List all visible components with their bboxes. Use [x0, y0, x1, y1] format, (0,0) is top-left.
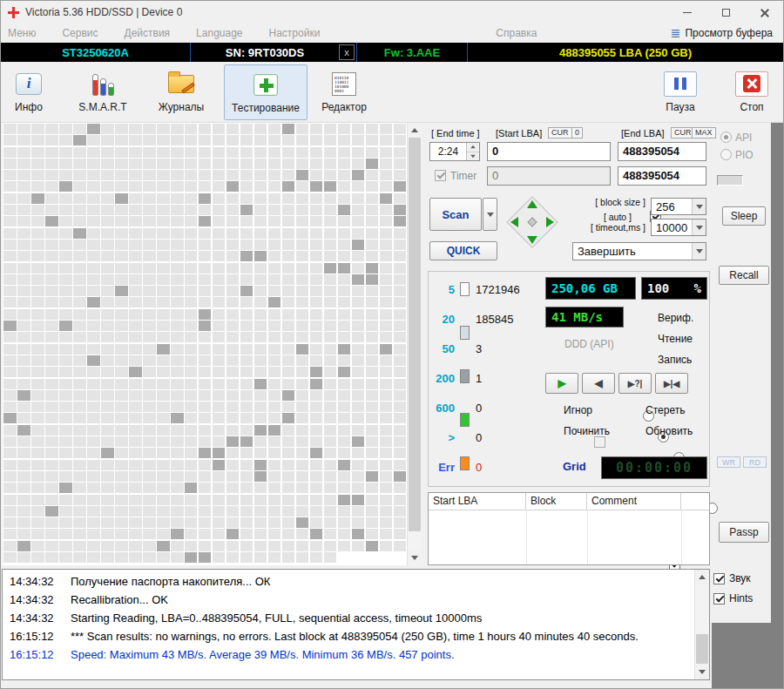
device-serial: SN: 9RT030DS	[191, 43, 339, 62]
scan-cell	[185, 159, 198, 169]
scan-cell	[366, 460, 379, 470]
scan-cell	[157, 240, 170, 250]
scan-cell	[254, 216, 267, 226]
scan-cell	[352, 436, 365, 447]
start-lba-input[interactable]: 0	[487, 142, 611, 161]
buffer-view-button[interactable]: ≣ Просмотр буфера	[671, 26, 773, 40]
spin-up-icon[interactable]	[467, 143, 479, 152]
scan-cell	[338, 529, 351, 539]
scroll-down-icon[interactable]	[408, 551, 422, 565]
scroll-down-icon[interactable]	[695, 665, 709, 679]
scan-cell	[380, 159, 393, 169]
scan-cell	[143, 483, 156, 493]
journals-button[interactable]: Журналы	[151, 64, 212, 120]
start-lba-label: [Start LBA]	[496, 128, 542, 138]
recall-button[interactable]: Recall	[719, 266, 769, 285]
end-lba-max-button[interactable]: MAX	[692, 127, 716, 138]
scan-cell	[310, 529, 323, 539]
scan-cell	[185, 413, 198, 423]
scan-cell	[17, 379, 30, 389]
start-lba-cur-button[interactable]: CUR	[548, 127, 572, 138]
scan-cell	[115, 495, 128, 505]
minimize-button[interactable]	[668, 1, 706, 24]
scan-cell	[31, 436, 44, 447]
seek-dpad[interactable]	[506, 196, 558, 248]
scan-cell	[45, 517, 58, 528]
end-time-spinner[interactable]: 2:24	[429, 142, 480, 161]
menu-item-settings[interactable]: Настройки	[269, 27, 321, 39]
wr-button[interactable]: WR	[717, 456, 740, 468]
dpad-right-icon[interactable]	[546, 217, 554, 227]
scan-button[interactable]: Scan	[429, 198, 482, 231]
block-size-select[interactable]: 256	[651, 198, 706, 215]
scan-cell	[324, 344, 337, 355]
scroll-up-icon[interactable]	[695, 570, 709, 584]
start-lba-cur-value[interactable]: 0	[571, 127, 583, 138]
menu-item-language[interactable]: Language	[196, 27, 242, 39]
scan-cell	[59, 309, 72, 320]
scan-cell	[338, 263, 351, 274]
scan-cell	[310, 552, 323, 563]
testing-button[interactable]: Тестирование	[224, 64, 308, 120]
scan-cell	[185, 344, 198, 355]
step-back-button[interactable]: ◀	[582, 373, 615, 394]
dpad-up-icon[interactable]	[527, 200, 537, 208]
end-lba-input[interactable]: 488395054	[618, 142, 706, 161]
close-button[interactable]	[745, 1, 783, 24]
hints-checkbox[interactable]	[713, 593, 725, 605]
serial-clear-button[interactable]: x	[339, 44, 355, 60]
scan-cell	[31, 240, 44, 250]
menu-item-menu[interactable]: Меню	[8, 27, 36, 39]
api-radio[interactable]	[720, 132, 732, 143]
rd-button[interactable]: RD	[743, 456, 767, 468]
scan-cell	[31, 263, 44, 274]
pio-radio[interactable]	[720, 149, 732, 160]
info-button[interactable]: i Инфо	[6, 64, 51, 120]
menu-item-help[interactable]: Справка	[496, 27, 537, 39]
grid-scrollbar-thumb[interactable]	[409, 138, 421, 531]
scan-cell	[73, 286, 86, 296]
scan-block-grid	[3, 123, 407, 565]
passport-button[interactable]: Passp	[719, 522, 769, 543]
timer-checkbox[interactable]	[435, 170, 446, 181]
dpad-left-icon[interactable]	[510, 217, 518, 227]
scan-cell	[310, 274, 323, 285]
scroll-up-icon[interactable]	[408, 123, 422, 138]
log-scrollbar[interactable]	[694, 570, 709, 679]
jump-end-button[interactable]: ▶|◀	[655, 373, 688, 394]
on-end-action-select[interactable]: Завершить	[572, 242, 706, 260]
scan-cell	[394, 332, 407, 342]
sound-checkbox[interactable]	[713, 573, 725, 584]
menu-item-actions[interactable]: Действия	[125, 27, 171, 39]
scan-cell	[73, 251, 86, 261]
smart-button[interactable]: S.M.A.R.T	[72, 64, 133, 120]
jump-next-defect-button[interactable]: ▶?|	[618, 373, 652, 394]
scan-cell	[268, 379, 281, 389]
scan-cell	[240, 124, 253, 134]
menu-item-service[interactable]: Сервис	[62, 27, 98, 39]
scan-dropdown-button[interactable]	[483, 198, 497, 231]
scan-cell	[394, 263, 407, 274]
spin-down-icon[interactable]	[467, 152, 479, 161]
scan-cell	[338, 170, 351, 180]
pause-button[interactable]: Пауза	[656, 64, 705, 120]
play-button[interactable]: ▶	[545, 373, 578, 394]
timer-to-input[interactable]: 488395054	[618, 166, 706, 186]
scan-cell	[87, 135, 100, 145]
stop-button[interactable]: Стоп	[729, 64, 774, 120]
elapsed-timer-display: 00:00:00	[601, 456, 707, 479]
scan-cell	[115, 529, 128, 539]
grid-scrollbar[interactable]	[407, 123, 422, 565]
timeout-select[interactable]: 10000	[651, 219, 706, 236]
dpad-down-icon[interactable]	[527, 236, 537, 244]
maximize-button[interactable]	[706, 1, 745, 24]
editor-button[interactable]: 010110 110011 101000 0001 Редактор	[314, 64, 374, 120]
quick-button[interactable]: QUICK	[429, 241, 497, 260]
log-scrollbar-thumb[interactable]	[696, 634, 708, 664]
scan-cell	[115, 425, 128, 436]
ddd-api-checkbox[interactable]	[594, 436, 605, 448]
sleep-button[interactable]: Sleep	[722, 206, 766, 226]
log-time: 16:15:12	[3, 627, 71, 645]
scan-cell	[17, 552, 30, 563]
device-capacity: 488395055 LBA (250 GB)	[468, 43, 783, 62]
